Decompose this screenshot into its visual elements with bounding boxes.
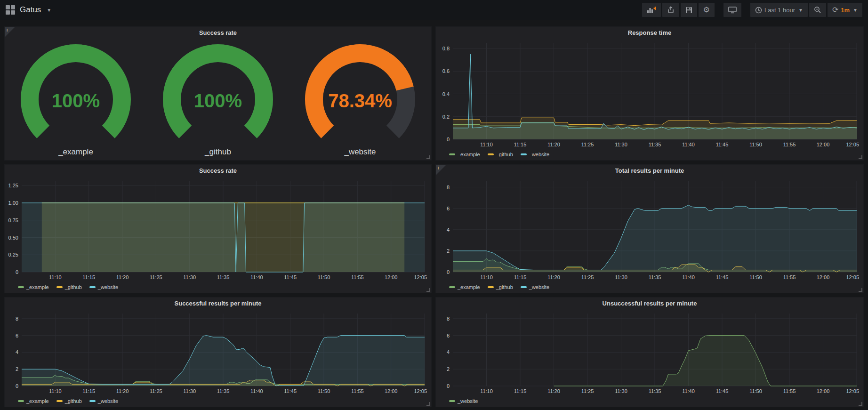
legend-swatch-icon	[488, 153, 494, 155]
x-axis-tick-label: 11:50	[749, 142, 762, 147]
x-axis-tick-label: 11:50	[318, 388, 330, 394]
refresh-picker-button[interactable]: ⟳ 1m ▼	[828, 3, 862, 17]
chart-legend: _example_github_website	[5, 281, 431, 293]
add-panel-icon	[647, 6, 656, 14]
share-dashboard-button[interactable]	[662, 3, 679, 17]
panel-resize-handle[interactable]	[859, 402, 862, 406]
x-axis-tick-label: 11:10	[480, 142, 493, 147]
panel-resize-handle[interactable]	[426, 288, 430, 292]
dashboard-title-caret-icon[interactable]: ▼	[47, 8, 51, 13]
y-axis-tick-label: 2	[447, 248, 450, 254]
panel-resize-handle[interactable]	[859, 155, 862, 159]
x-axis-tick-label: 11:40	[682, 274, 695, 280]
legend-item[interactable]: _website	[449, 398, 478, 404]
legend-item[interactable]: _example	[18, 284, 49, 290]
x-axis-tick-label: 11:25	[150, 388, 162, 394]
legend-swatch-icon	[56, 286, 63, 288]
x-axis-tick-label: 11:15	[514, 388, 527, 394]
panel-resize-handle[interactable]	[859, 288, 862, 292]
y-axis-tick-label: 8	[447, 316, 450, 322]
success-rate-chart[interactable]: 00.250.500.751.001.2511:1011:1511:2011:2…	[5, 177, 431, 281]
gauge-website: 78.34% _website	[289, 40, 431, 157]
y-axis-tick-label: 0.8	[442, 46, 450, 51]
x-axis-tick-label: 11:55	[783, 274, 796, 280]
gauge-value: 78.34%	[328, 90, 392, 111]
top-navbar: Gatus ▼	[0, 0, 868, 20]
x-axis-tick-label: 12:05	[414, 388, 427, 394]
legend-item[interactable]: _website	[89, 398, 118, 404]
legend-series-name: _github	[65, 398, 82, 404]
save-dashboard-button[interactable]	[681, 3, 697, 17]
gauge-example: 100% _example	[5, 40, 147, 157]
y-axis-tick-label: 0	[447, 137, 450, 142]
panel-title[interactable]: Response time	[436, 27, 863, 39]
add-panel-button[interactable]	[642, 3, 661, 17]
series-fill-_website	[554, 336, 857, 386]
x-axis-tick-label: 11:45	[284, 388, 297, 394]
panel-info-icon[interactable]: i	[5, 27, 15, 37]
successful-results-chart[interactable]: 0246811:1011:1511:2011:2511:3011:3511:40…	[5, 310, 431, 395]
gauge-github: 100% _github	[147, 40, 289, 157]
chart-legend: _example_github_website	[5, 395, 431, 407]
legend-item[interactable]: _github	[488, 152, 513, 157]
legend-item[interactable]: _website	[521, 152, 549, 157]
total-results-chart[interactable]: 0246811:1011:1511:2011:2511:3011:3511:40…	[436, 177, 863, 281]
x-axis-tick-label: 12:05	[846, 142, 859, 147]
response-time-chart[interactable]: 00.20.40.60.811:1011:1511:2011:2511:3011…	[436, 39, 863, 149]
x-axis-tick-label: 12:00	[385, 388, 398, 394]
x-axis-tick-label: 11:30	[183, 388, 196, 394]
legend-item[interactable]: _website	[521, 284, 549, 290]
legend-item[interactable]: _github	[488, 284, 513, 290]
series-fill-_website	[22, 336, 425, 386]
x-axis-tick-label: 11:40	[682, 142, 695, 147]
x-axis-tick-label: 11:40	[250, 274, 263, 280]
legend-swatch-icon	[56, 400, 63, 402]
legend-item[interactable]: _example	[449, 152, 480, 157]
panel-title[interactable]: Unsuccessful results per minute	[436, 297, 863, 310]
time-range-picker-button[interactable]: Last 1 hour ▼	[750, 3, 808, 17]
legend-series-name: _example	[458, 152, 480, 157]
y-axis-tick-label: 4	[447, 349, 450, 355]
panel-title[interactable]: Total results per minute	[436, 165, 863, 177]
panel-response-time: Response time 00.20.40.60.811:1011:1511:…	[435, 26, 864, 161]
x-axis-tick-label: 11:25	[581, 274, 594, 280]
gauge-arc: 100%	[5, 40, 147, 147]
dashboard-title[interactable]: Gatus	[20, 5, 41, 15]
gauge-value: 100%	[194, 90, 242, 111]
panel-resize-handle[interactable]	[426, 402, 430, 406]
grafana-menu-icon[interactable]	[6, 5, 15, 15]
legend-series-name: _github	[496, 284, 513, 290]
panel-success-rate-graph: Success rate 00.250.500.751.001.2511:101…	[4, 164, 432, 293]
legend-item[interactable]: _github	[56, 284, 82, 290]
legend-item[interactable]: _github	[56, 398, 82, 404]
y-axis-tick-label: 6	[16, 333, 18, 338]
panel-resize-handle[interactable]	[426, 155, 430, 159]
y-axis-tick-label: 0	[16, 383, 18, 389]
legend-item[interactable]: _example	[449, 284, 480, 290]
panel-title[interactable]: Successful results per minute	[5, 297, 431, 310]
panel-title[interactable]: Success rate	[5, 165, 431, 177]
x-axis-tick-label: 11:15	[514, 142, 527, 147]
x-axis-tick-label: 11:30	[615, 388, 627, 394]
legend-item[interactable]: _website	[89, 284, 118, 290]
panel-unsuccessful-results: Unsuccessful results per minute 0246811:…	[435, 297, 864, 407]
legend-swatch-icon	[18, 286, 24, 288]
x-axis-tick-label: 11:50	[318, 274, 330, 280]
gear-icon: ⚙	[703, 6, 710, 14]
legend-swatch-icon	[488, 286, 494, 288]
x-axis-tick-label: 11:20	[547, 274, 560, 280]
dashboard-settings-button[interactable]: ⚙	[699, 3, 715, 17]
cycle-view-mode-button[interactable]	[723, 3, 741, 17]
y-axis-tick-label: 0	[447, 269, 450, 275]
zoom-out-icon	[814, 6, 821, 14]
x-axis-tick-label: 11:10	[49, 388, 62, 394]
legend-swatch-icon	[521, 153, 527, 155]
y-axis-tick-label: 4	[447, 227, 450, 233]
panel-successful-results: Successful results per minute 0246811:10…	[4, 297, 432, 407]
x-axis-tick-label: 12:05	[414, 274, 427, 280]
zoom-out-time-button[interactable]	[809, 3, 826, 17]
panel-title[interactable]: Success rate	[5, 27, 431, 39]
panel-info-icon[interactable]: i	[436, 165, 446, 175]
unsuccessful-results-chart[interactable]: 0246811:1011:1511:2011:2511:3011:3511:40…	[436, 310, 863, 395]
legend-item[interactable]: _example	[18, 398, 49, 404]
